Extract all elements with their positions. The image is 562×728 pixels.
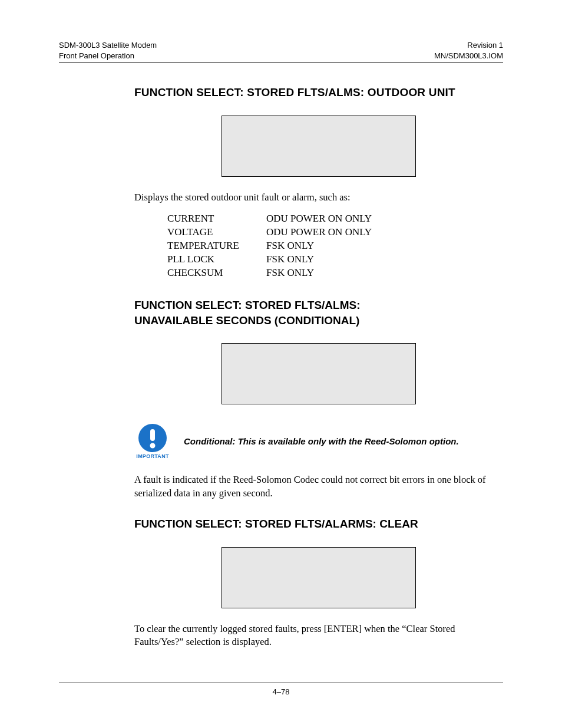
header-right: Revision 1 MN/SDM300L3.IOM [434,40,503,61]
display-box-placeholder [222,116,416,177]
section3-para: To clear the currently logged stored fau… [134,622,503,649]
display-box-placeholder [222,343,416,404]
fault-row: CHECKSUM FSK ONLY [167,266,503,280]
section2-heading: FUNCTION SELECT: STORED FLTS/ALMS: UNAVA… [134,298,503,328]
fault-condition: FSK ONLY [266,266,314,280]
fault-row: VOLTAGE ODU POWER ON ONLY [167,226,503,239]
fault-condition: ODU POWER ON ONLY [266,212,372,226]
page-header: SDM-300L3 Satellite Modem Front Panel Op… [59,40,503,61]
section2-heading-line1: FUNCTION SELECT: STORED FLTS/ALMS: [134,298,503,313]
important-icon: IMPORTANT [134,423,171,459]
display-box-placeholder [222,547,416,608]
important-label: IMPORTANT [136,453,169,459]
header-left-line1: SDM-300L3 Satellite Modem [59,40,157,51]
fault-name: CHECKSUM [167,266,266,280]
fault-name: CURRENT [167,212,266,226]
header-right-line2: MN/SDM300L3.IOM [434,51,503,61]
header-right-line1: Revision 1 [434,40,503,51]
fault-table: CURRENT ODU POWER ON ONLY VOLTAGE ODU PO… [167,212,503,280]
svg-rect-1 [150,429,155,441]
important-note-text: Conditional: This is available only with… [184,436,459,446]
header-rule [59,62,503,62]
fault-condition: FSK ONLY [266,239,314,253]
fault-name: VOLTAGE [167,226,266,239]
page-number: 4–78 [0,687,562,696]
section1-intro: Displays the stored outdoor unit fault o… [134,191,503,204]
important-note: IMPORTANT Conditional: This is available… [134,423,503,459]
section2-para: A fault is indicated if the Reed-Solomon… [134,473,503,500]
fault-name: TEMPERATURE [167,239,266,253]
section3-heading: FUNCTION SELECT: STORED FLTS/ALARMS: CLE… [134,518,503,531]
header-left-line2: Front Panel Operation [59,51,157,61]
fault-condition: ODU POWER ON ONLY [266,226,372,239]
fault-condition: FSK ONLY [266,253,314,266]
section2-heading-line2: UNAVAILABLE SECONDS (CONDITIONAL) [134,313,503,328]
footer-rule [59,683,503,683]
header-left: SDM-300L3 Satellite Modem Front Panel Op… [59,40,157,61]
fault-name: PLL LOCK [167,253,266,266]
exclamation-circle-icon [138,423,167,453]
fault-row: PLL LOCK FSK ONLY [167,253,503,266]
fault-row: CURRENT ODU POWER ON ONLY [167,212,503,226]
section1-heading: FUNCTION SELECT: STORED FLTS/ALMS: OUTDO… [134,86,503,99]
fault-row: TEMPERATURE FSK ONLY [167,239,503,253]
main-content: FUNCTION SELECT: STORED FLTS/ALMS: OUTDO… [134,86,503,648]
svg-point-2 [150,443,156,449]
